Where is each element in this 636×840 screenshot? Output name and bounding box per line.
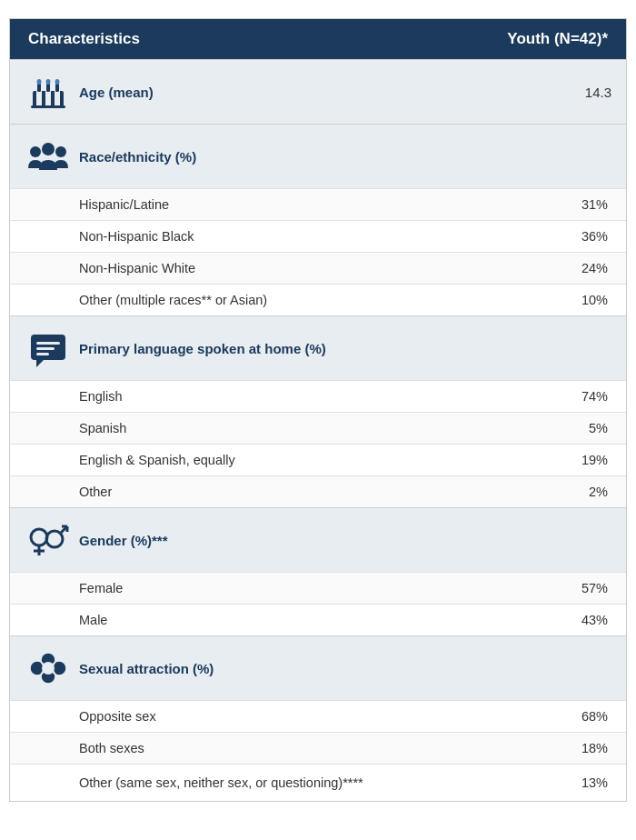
language-row-0: English 74% [10,380,626,412]
attraction-icon [25,647,72,689]
people-icon [25,135,72,177]
attraction-row-0: Opposite sex 68% [10,700,626,732]
svg-marker-18 [36,360,44,367]
svg-rect-2 [45,91,51,107]
svg-point-8 [46,79,51,85]
cake-icon [25,71,72,113]
svg-rect-1 [36,91,42,107]
language-row-1: Spanish 5% [10,412,626,444]
gender-row-0: Female 57% [10,572,626,604]
main-table: Characteristics Youth (N=42)* [9,18,627,802]
svg-rect-3 [55,91,60,107]
gender-row-1: Male 43% [10,604,626,635]
svg-rect-6 [55,84,59,92]
gender-section-label: Gender (%)*** [79,533,539,548]
attraction-row-1: Both sexes 18% [10,732,626,764]
svg-rect-10 [31,105,65,108]
characteristics-header: Characteristics [28,30,140,48]
section-language: Primary language spoken at home (%) [10,315,626,380]
race-section-label: Race/ethnicity (%) [79,149,539,165]
section-gender: Gender (%)*** [10,507,626,572]
section-age: Age (mean) 14.3 [10,59,626,124]
table-header: Characteristics Youth (N=42)* [10,19,626,59]
svg-rect-4 [37,84,41,92]
youth-header: Youth (N=42)* [507,30,608,48]
language-row-3: Other 2% [10,475,626,507]
svg-point-12 [42,143,55,155]
svg-rect-16 [36,347,55,350]
race-row-0: Hispanic/Latine 31% [10,188,626,220]
language-section-label: Primary language spoken at home (%) [79,341,539,356]
race-row-1: Non-Hispanic Black 36% [10,220,626,252]
svg-point-11 [30,146,41,157]
svg-rect-5 [46,84,50,92]
svg-rect-15 [36,342,60,345]
svg-point-7 [37,79,42,85]
svg-point-19 [31,529,47,545]
race-row-2: Non-Hispanic White 24% [10,252,626,284]
speech-icon [25,327,72,369]
language-row-2: English & Spanish, equally 19% [10,444,626,475]
section-sexual-attraction: Sexual attraction (%) [10,635,626,700]
age-section-label: Age (mean) [79,85,539,100]
attraction-section-label: Sexual attraction (%) [79,661,539,676]
attraction-row-2: Other (same sex, neither sex, or questio… [10,764,626,801]
svg-point-9 [55,79,60,85]
section-race: Race/ethnicity (%) [10,124,626,188]
age-section-value: 14.3 [539,85,611,100]
svg-point-13 [55,146,66,157]
gender-icon [25,519,72,561]
svg-rect-17 [36,353,49,355]
race-row-3: Other (multiple races** or Asian) 10% [10,284,626,315]
